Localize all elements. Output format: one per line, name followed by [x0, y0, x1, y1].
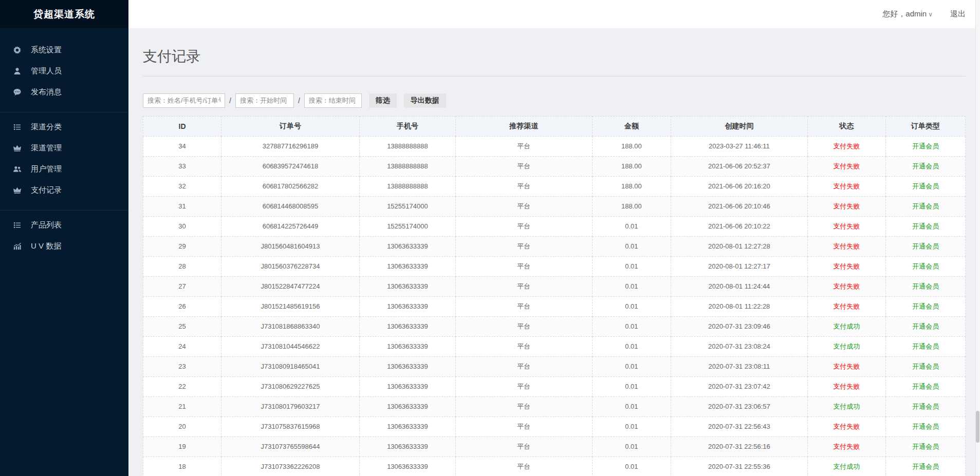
sidebar: 贷超渠道系统 系统设置管理人员发布消息渠道分类渠道管理用户管理支付记录产品列表U… [0, 0, 128, 476]
cell-order-type: 开通会员 [885, 216, 965, 236]
cell-created-time: 2021-06-06 20:10:46 [671, 196, 808, 216]
cell-id: 29 [143, 236, 221, 256]
filter-bar: / / 筛选 导出数据 [143, 93, 966, 108]
sidebar-item-users[interactable]: 用户管理 [0, 159, 128, 180]
cell-created-time: 2020-08-01 12:27:17 [671, 256, 808, 276]
cell-order-type: 开通会员 [885, 256, 965, 276]
cell-order-no: J731081868863340 [221, 316, 360, 336]
cell-channel: 平台 [455, 336, 592, 356]
cell-amount: 0.01 [592, 456, 671, 476]
sidebar-group: 系统设置管理人员发布消息 [0, 35, 128, 112]
comment-icon [13, 88, 23, 97]
cell-amount: 0.01 [592, 316, 671, 336]
sidebar-item-gear[interactable]: 系统设置 [0, 40, 128, 61]
chart-icon [13, 242, 23, 251]
table-row: 3060681422572644915255174000平台0.012021-0… [143, 216, 966, 236]
cell-phone: 13888888888 [359, 156, 455, 176]
users-icon [13, 165, 23, 174]
sidebar-item-label: 渠道管理 [31, 143, 62, 153]
sidebar-group: 产品列表U V 数据 [0, 211, 128, 266]
cell-id: 26 [143, 296, 221, 316]
cell-phone: 13063633339 [359, 356, 455, 376]
cell-order-no: 606839572474618 [221, 156, 360, 176]
cell-phone: 13063633339 [359, 336, 455, 356]
sidebar-item-crown[interactable]: 渠道管理 [0, 138, 128, 159]
title-divider [143, 76, 966, 77]
sidebar-item-label: U V 数据 [31, 241, 61, 251]
cell-channel: 平台 [455, 416, 592, 436]
cell-order-type: 开通会员 [885, 396, 965, 416]
cell-created-time: 2020-07-31 22:56:43 [671, 416, 808, 436]
scrollbar[interactable] [975, 0, 980, 476]
cell-created-time: 2020-07-31 23:09:46 [671, 316, 808, 336]
sidebar-item-label: 支付记录 [31, 185, 62, 195]
cell-order-no: J731075837615968 [221, 416, 360, 436]
cell-order-no: 606814225726449 [221, 216, 360, 236]
sidebar-item-user[interactable]: 管理人员 [0, 61, 128, 82]
cell-phone: 15255174000 [359, 216, 455, 236]
end-time-input[interactable] [304, 93, 362, 108]
sidebar-menu: 系统设置管理人员发布消息渠道分类渠道管理用户管理支付记录产品列表U V 数据 [0, 28, 128, 266]
table-row: 21J73108017960321713063633339平台0.012020-… [143, 396, 966, 416]
logout-link[interactable]: 退出 [950, 9, 966, 19]
list-icon [13, 123, 23, 131]
status-badge: 支付失败 [807, 356, 885, 376]
cell-phone: 13888888888 [359, 176, 455, 196]
cell-order-type: 开通会员 [885, 296, 965, 316]
status-badge: 支付失败 [807, 256, 885, 276]
cell-channel: 平台 [455, 156, 592, 176]
cell-id: 19 [143, 436, 221, 456]
cell-created-time: 2020-07-31 23:07:42 [671, 376, 808, 396]
keyword-search-input[interactable] [143, 93, 225, 108]
cell-phone: 13063633339 [359, 396, 455, 416]
status-badge: 支付失败 [807, 176, 885, 196]
user-greeting[interactable]: 您好，admin∨ [882, 9, 933, 19]
sidebar-item-list[interactable]: 产品列表 [0, 215, 128, 236]
cell-order-type: 开通会员 [885, 236, 965, 256]
cell-channel: 平台 [455, 316, 592, 336]
status-badge: 支付失败 [807, 136, 885, 156]
cell-channel: 平台 [455, 176, 592, 196]
cell-id: 30 [143, 216, 221, 236]
table-row: 3260681780256628213888888888平台188.002021… [143, 176, 966, 196]
sidebar-item-label: 渠道分类 [31, 122, 62, 132]
column-header: 手机号 [359, 116, 455, 136]
table-row: 3360683957247461813888888888平台188.002021… [143, 156, 966, 176]
sidebar-item-crown[interactable]: 支付记录 [0, 180, 128, 201]
export-data-button[interactable]: 导出数据 [404, 93, 446, 108]
sidebar-item-chart[interactable]: U V 数据 [0, 236, 128, 257]
filter-button[interactable]: 筛选 [369, 93, 397, 108]
sidebar-item-comment[interactable]: 发布消息 [0, 82, 128, 103]
cell-phone: 13063633339 [359, 296, 455, 316]
scrollbar-thumb[interactable] [976, 411, 979, 443]
cell-order-no: J801560481604913 [221, 236, 360, 256]
cell-phone: 13063633339 [359, 436, 455, 456]
page-title: 支付记录 [143, 49, 966, 65]
start-time-input[interactable] [235, 93, 294, 108]
status-badge: 支付成功 [807, 336, 885, 356]
cell-created-time: 2023-03-27 11:46:11 [671, 136, 808, 156]
cell-order-no: J731080629227625 [221, 376, 360, 396]
cell-order-no: J731080179603217 [221, 396, 360, 416]
column-header: 金额 [592, 116, 671, 136]
table-row: 24J73108104454662213063633339平台0.012020-… [143, 336, 966, 356]
table-row: 27J80152284747722413063633339平台0.012020-… [143, 276, 966, 296]
cell-channel: 平台 [455, 396, 592, 416]
chevron-down-icon: ∨ [928, 11, 933, 18]
status-badge: 支付成功 [807, 316, 885, 336]
cell-id: 33 [143, 156, 221, 176]
cell-amount: 0.01 [592, 296, 671, 316]
cell-order-type: 开通会员 [885, 156, 965, 176]
cell-id: 27 [143, 276, 221, 296]
cell-id: 25 [143, 316, 221, 336]
cell-channel: 平台 [455, 436, 592, 456]
cell-id: 31 [143, 196, 221, 216]
cell-created-time: 2020-07-31 23:08:11 [671, 356, 808, 376]
cell-id: 23 [143, 356, 221, 376]
cell-amount: 0.01 [592, 376, 671, 396]
cell-channel: 平台 [455, 216, 592, 236]
cell-order-type: 开通会员 [885, 436, 965, 456]
user-icon [13, 67, 23, 75]
sidebar-item-list[interactable]: 渠道分类 [0, 117, 128, 138]
cell-order-no: 327887716296189 [221, 136, 360, 156]
